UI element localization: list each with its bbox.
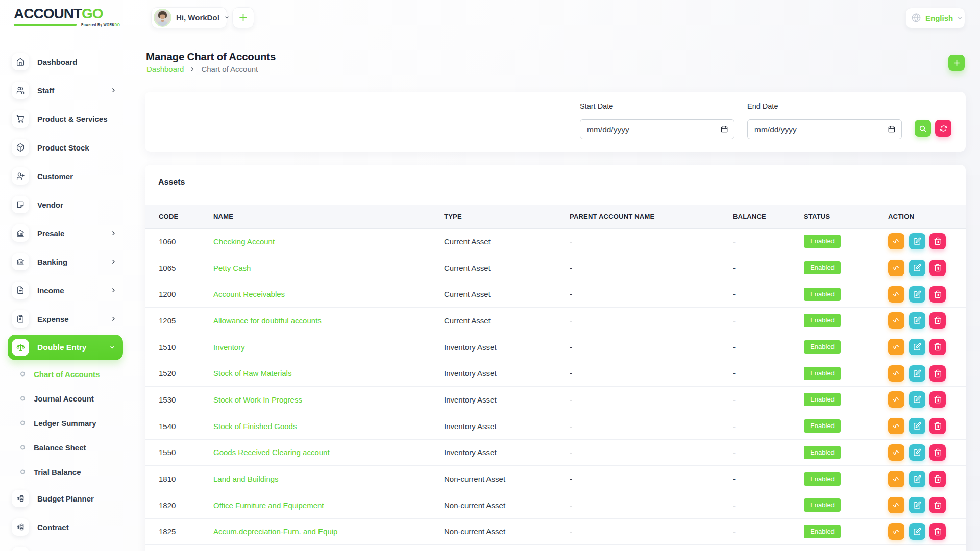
edit-button[interactable] bbox=[909, 471, 925, 487]
cell-name-link[interactable]: Inventory bbox=[213, 343, 444, 352]
sidebar-subitem-balance-sheet[interactable]: Balance Sheet bbox=[0, 435, 138, 460]
cell-name-link[interactable]: Petty Cash bbox=[213, 264, 444, 272]
edit-button[interactable] bbox=[909, 233, 925, 249]
delete-button[interactable] bbox=[929, 286, 946, 303]
bank-icon bbox=[16, 229, 25, 238]
delete-button[interactable] bbox=[929, 497, 946, 513]
cell-name-link[interactable]: Account Receivables bbox=[213, 290, 444, 298]
sidebar-item-label: Budget Planner bbox=[37, 494, 94, 503]
cell-name-link[interactable]: Accum.depreciation-Furn. and Equip bbox=[213, 527, 444, 536]
cell-name-link[interactable]: Stock of Finished Goods bbox=[213, 422, 444, 431]
sidebar-item-product-services[interactable]: Product & Services bbox=[0, 105, 138, 133]
sidebar-item-dashboard[interactable]: Dashboard bbox=[0, 47, 138, 76]
delete-button[interactable] bbox=[929, 418, 946, 434]
sidebar-subitem-ledger-summary[interactable]: Ledger Summary bbox=[0, 411, 138, 435]
edit-button[interactable] bbox=[909, 312, 925, 329]
refresh-icon bbox=[940, 124, 947, 132]
edit-button[interactable] bbox=[909, 418, 925, 434]
delete-button[interactable] bbox=[929, 444, 946, 461]
activity-button[interactable] bbox=[888, 523, 904, 540]
activity-button[interactable] bbox=[888, 260, 904, 276]
sidebar-item-income[interactable]: Income bbox=[0, 276, 138, 305]
edit-button[interactable] bbox=[909, 523, 925, 540]
sidebar-item-icon-tile bbox=[12, 139, 29, 156]
activity-button[interactable] bbox=[888, 233, 904, 249]
cell-actions bbox=[888, 365, 966, 382]
table-row: 1060 Checking Account Current Asset - - … bbox=[145, 229, 966, 255]
wave-icon bbox=[892, 448, 901, 457]
delete-button[interactable] bbox=[929, 260, 946, 276]
cell-type: Non-current Asset bbox=[444, 501, 570, 510]
delete-button[interactable] bbox=[929, 312, 946, 329]
coins-icon bbox=[16, 494, 25, 503]
cell-actions bbox=[888, 312, 966, 329]
edit-button[interactable] bbox=[909, 260, 925, 276]
edit-button[interactable] bbox=[909, 497, 925, 513]
sidebar-item-product-stock[interactable]: Product Stock bbox=[0, 133, 138, 162]
activity-button[interactable] bbox=[888, 418, 904, 434]
edit-button[interactable] bbox=[909, 286, 925, 303]
sidebar-item-contract[interactable]: Contract bbox=[0, 513, 138, 541]
user-greeting: Hi, WorkDo! bbox=[176, 13, 220, 22]
start-date-input[interactable] bbox=[580, 119, 734, 139]
sidebar-item-presale[interactable]: Presale bbox=[0, 219, 138, 247]
delete-button[interactable] bbox=[929, 233, 946, 249]
sidebar-item-staff[interactable]: Staff bbox=[0, 76, 138, 105]
sidebar-subitem-trial-balance[interactable]: Trial Balance bbox=[0, 460, 138, 484]
delete-button[interactable] bbox=[929, 365, 946, 382]
sidebar-item-label: Double Entry bbox=[37, 343, 86, 352]
search-button[interactable] bbox=[915, 120, 931, 137]
cell-type: Inventory Asset bbox=[444, 448, 570, 457]
cell-name-link[interactable]: Checking Account bbox=[213, 237, 444, 246]
activity-button[interactable] bbox=[888, 497, 904, 513]
sidebar-item-customer[interactable]: Customer bbox=[0, 162, 138, 190]
sidebar-subitem-chart-of-accounts[interactable]: Chart of Accounts bbox=[0, 362, 138, 386]
delete-button[interactable] bbox=[929, 471, 946, 487]
cell-name-link[interactable]: Goods Received Clearing account bbox=[213, 448, 444, 457]
sidebar-item-vendor[interactable]: Vendor bbox=[0, 190, 138, 219]
cell-actions bbox=[888, 339, 966, 355]
sidebar-item[interactable] bbox=[0, 541, 138, 551]
sidebar-item-label: Contract bbox=[37, 523, 69, 532]
activity-button[interactable] bbox=[888, 365, 904, 382]
activity-button[interactable] bbox=[888, 339, 904, 355]
user-menu[interactable]: Hi, WorkDo! bbox=[151, 7, 227, 28]
cell-code: 1200 bbox=[159, 290, 213, 298]
language-selector[interactable]: English bbox=[905, 8, 965, 28]
cell-name-link[interactable]: Land and Buildings bbox=[213, 474, 444, 483]
delete-button[interactable] bbox=[929, 523, 946, 540]
activity-button[interactable] bbox=[888, 312, 904, 329]
sidebar-item-active[interactable]: Double Entry bbox=[8, 335, 123, 360]
col-header-name: NAME bbox=[213, 213, 444, 220]
edit-button[interactable] bbox=[909, 339, 925, 355]
end-date-input[interactable] bbox=[747, 119, 902, 139]
sidebar-item-budget-planner[interactable]: Budget Planner bbox=[0, 484, 138, 513]
cell-name-link[interactable]: Office Furniture and Equipement bbox=[213, 501, 444, 510]
reset-button[interactable] bbox=[935, 120, 951, 137]
delete-button[interactable] bbox=[929, 339, 946, 355]
sidebar-item-icon-tile bbox=[12, 110, 29, 128]
delete-button[interactable] bbox=[929, 391, 946, 408]
cell-name-link[interactable]: Allowance for doubtful accounts bbox=[213, 316, 444, 325]
sidebar-subitem-journal-account[interactable]: Journal Account bbox=[0, 386, 138, 411]
add-account-button[interactable] bbox=[948, 55, 965, 71]
status-badge: Enabled bbox=[804, 235, 841, 248]
sidebar-item-banking[interactable]: Banking bbox=[0, 247, 138, 276]
activity-button[interactable] bbox=[888, 286, 904, 303]
sidebar-subitem-label: Journal Account bbox=[34, 394, 94, 403]
edit-button[interactable] bbox=[909, 444, 925, 461]
cell-code: 1520 bbox=[159, 369, 213, 378]
activity-button[interactable] bbox=[888, 444, 904, 461]
col-header-action: ACTION bbox=[888, 213, 966, 220]
edit-button[interactable] bbox=[909, 391, 925, 408]
cell-name-link[interactable]: Stock of Raw Materials bbox=[213, 369, 444, 378]
activity-button[interactable] bbox=[888, 471, 904, 487]
activity-button[interactable] bbox=[888, 391, 904, 408]
brand-logo[interactable]: ACCOUNTGO Powered By WORKDO bbox=[14, 6, 120, 27]
sidebar-item-expense[interactable]: Expense bbox=[0, 305, 138, 333]
edit-button[interactable] bbox=[909, 365, 925, 382]
cell-name-link[interactable]: Stock of Work In Progress bbox=[213, 395, 444, 404]
quick-add-button[interactable] bbox=[232, 7, 254, 28]
breadcrumb-dashboard[interactable]: Dashboard bbox=[146, 65, 184, 73]
sidebar-item-label: Product & Services bbox=[37, 115, 108, 123]
